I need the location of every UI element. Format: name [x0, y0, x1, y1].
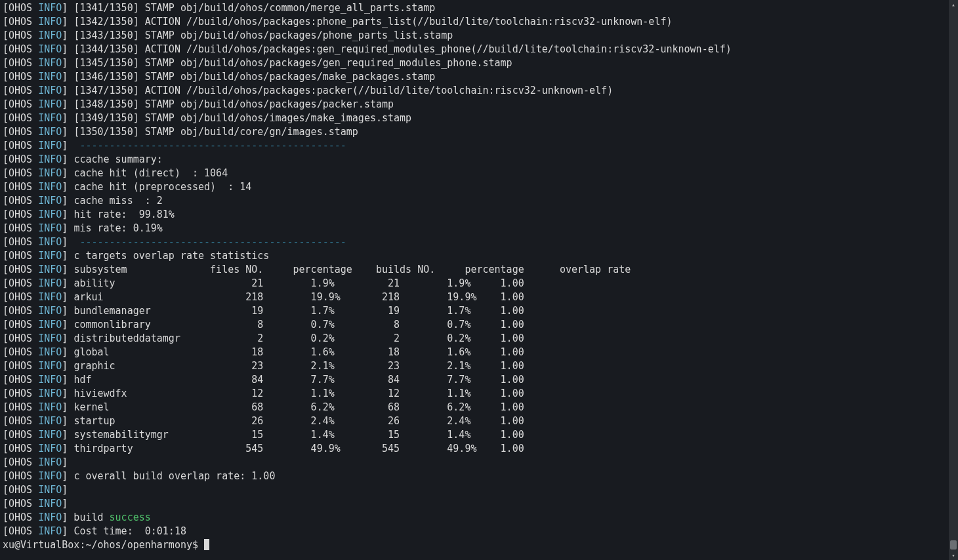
log-line: [OHOS INFO] [1345/1350] STAMP obj/build/…	[3, 56, 955, 70]
log-line: [OHOS INFO] commonlibrary 8 0.7% 8 0.7% …	[3, 318, 955, 332]
log-line: [OHOS INFO] subsystem files NO. percenta…	[3, 263, 955, 277]
log-line: [OHOS INFO] kernel 68 6.2% 68 6.2% 1.00	[3, 401, 955, 414]
log-line: [OHOS INFO] hdf 84 7.7% 84 7.7% 1.00	[3, 373, 955, 387]
log-line: [OHOS INFO] [1346/1350] STAMP obj/build/…	[3, 70, 955, 84]
log-line: [OHOS INFO] [1341/1350] STAMP obj/build/…	[3, 1, 955, 15]
log-line: [OHOS INFO] [1347/1350] ACTION //build/o…	[3, 84, 955, 98]
scrollbar-up-button[interactable]: ▴	[949, 0, 958, 9]
log-line: [OHOS INFO] ability 21 1.9% 21 1.9% 1.00	[3, 277, 955, 290]
log-line: [OHOS INFO]	[3, 483, 955, 497]
terminal-output[interactable]: [OHOS INFO] [1341/1350] STAMP obj/build/…	[0, 0, 958, 553]
log-line: [OHOS INFO] [1342/1350] ACTION //build/o…	[3, 15, 955, 29]
log-line: [OHOS INFO] c targets overlap rate stati…	[3, 249, 955, 263]
log-line: [OHOS INFO] ccache summary:	[3, 153, 955, 167]
log-line: [OHOS INFO] [1350/1350] STAMP obj/build/…	[3, 125, 955, 139]
log-line: [OHOS INFO] graphic 23 2.1% 23 2.1% 1.00	[3, 359, 955, 373]
log-line: [OHOS INFO] ----------------------------…	[3, 235, 955, 249]
prompt-line[interactable]: xu@VirtualBox:~/ohos/openharmony$	[3, 538, 955, 552]
log-line: [OHOS INFO] [1349/1350] STAMP obj/build/…	[3, 111, 955, 125]
log-line: [OHOS INFO] Cost time: 0:01:18	[3, 525, 955, 538]
log-line: [OHOS INFO] [1343/1350] STAMP obj/build/…	[3, 29, 955, 43]
success-word: success	[110, 511, 151, 523]
log-line: [OHOS INFO] hit rate: 99.81%	[3, 208, 955, 222]
log-line: [OHOS INFO] distributeddatamgr 2 0.2% 2 …	[3, 332, 955, 346]
log-line: [OHOS INFO] mis rate: 0.19%	[3, 222, 955, 235]
log-line: [OHOS INFO] bundlemanager 19 1.7% 19 1.7…	[3, 304, 955, 318]
log-line: [OHOS INFO] startup 26 2.4% 26 2.4% 1.00	[3, 414, 955, 428]
scrollbar-track[interactable]: ▴ ▾	[949, 0, 958, 560]
log-line: [OHOS INFO] ----------------------------…	[3, 139, 955, 153]
log-line: [OHOS INFO] [1344/1350] ACTION //build/o…	[3, 43, 955, 56]
log-line: [OHOS INFO] c overall build overlap rate…	[3, 470, 955, 483]
log-line: [OHOS INFO]	[3, 497, 955, 511]
build-status-line: [OHOS INFO] build success	[3, 511, 955, 525]
log-line: [OHOS INFO]	[3, 456, 955, 470]
log-line: [OHOS INFO] [1348/1350] STAMP obj/build/…	[3, 98, 955, 111]
scrollbar-down-button[interactable]: ▾	[949, 551, 958, 560]
log-line: [OHOS INFO] global 18 1.6% 18 1.6% 1.00	[3, 346, 955, 359]
log-line: [OHOS INFO] arkui 218 19.9% 218 19.9% 1.…	[3, 290, 955, 304]
log-line: [OHOS INFO] hiviewdfx 12 1.1% 12 1.1% 1.…	[3, 387, 955, 401]
log-line: [OHOS INFO] cache miss : 2	[3, 194, 955, 208]
log-line: [OHOS INFO] cache hit (preprocessed) : 1…	[3, 180, 955, 194]
log-line: [OHOS INFO] systemabilitymgr 15 1.4% 15 …	[3, 428, 955, 442]
cursor	[204, 539, 209, 550]
log-line: [OHOS INFO] cache hit (direct) : 1064	[3, 167, 955, 180]
log-line: [OHOS INFO] thirdparty 545 49.9% 545 49.…	[3, 442, 955, 456]
